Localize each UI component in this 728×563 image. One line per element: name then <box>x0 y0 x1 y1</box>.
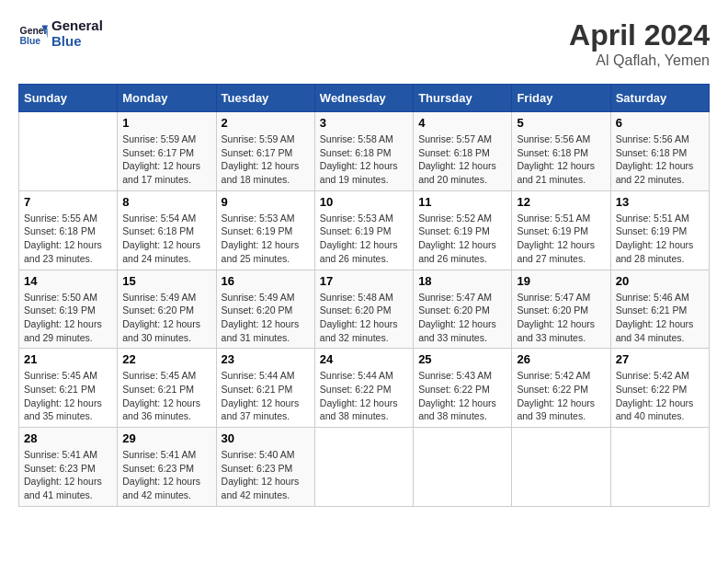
page-header: General Blue General Blue April 2024 Al … <box>18 18 710 69</box>
calendar-cell: 27Sunrise: 5:42 AMSunset: 6:22 PMDayligh… <box>610 349 709 428</box>
calendar-cell <box>610 428 709 507</box>
logo-general: General <box>51 18 103 34</box>
logo: General Blue General Blue <box>18 18 103 49</box>
column-header-sunday: Sunday <box>19 85 118 112</box>
column-header-friday: Friday <box>512 85 610 112</box>
calendar-cell: 3Sunrise: 5:58 AMSunset: 6:18 PMDaylight… <box>314 112 413 191</box>
day-info: Sunrise: 5:45 AMSunset: 6:21 PMDaylight:… <box>24 369 112 423</box>
day-number: 2 <box>222 116 310 130</box>
day-info: Sunrise: 5:56 AMSunset: 6:18 PMDaylight:… <box>517 132 605 187</box>
day-number: 13 <box>616 195 704 209</box>
day-number: 9 <box>222 195 310 209</box>
calendar-cell: 13Sunrise: 5:51 AMSunset: 6:19 PMDayligh… <box>610 190 709 270</box>
calendar-cell: 8Sunrise: 5:54 AMSunset: 6:18 PMDaylight… <box>118 190 216 270</box>
day-number: 3 <box>320 116 408 130</box>
day-info: Sunrise: 5:40 AMSunset: 6:23 PMDaylight:… <box>222 448 310 502</box>
day-info: Sunrise: 5:55 AMSunset: 6:18 PMDaylight:… <box>24 212 112 266</box>
day-info: Sunrise: 5:49 AMSunset: 6:20 PMDaylight:… <box>122 291 210 345</box>
day-info: Sunrise: 5:53 AMSunset: 6:19 PMDaylight:… <box>320 212 408 266</box>
day-info: Sunrise: 5:51 AMSunset: 6:19 PMDaylight:… <box>517 212 605 266</box>
day-number: 24 <box>320 352 408 366</box>
calendar-cell: 6Sunrise: 5:56 AMSunset: 6:18 PMDaylight… <box>610 112 709 191</box>
calendar-cell: 25Sunrise: 5:43 AMSunset: 6:22 PMDayligh… <box>414 349 512 428</box>
day-info: Sunrise: 5:44 AMSunset: 6:21 PMDaylight:… <box>222 369 310 423</box>
day-number: 27 <box>616 352 704 366</box>
calendar-cell: 17Sunrise: 5:48 AMSunset: 6:20 PMDayligh… <box>314 270 413 349</box>
day-number: 28 <box>24 431 112 445</box>
column-headers: SundayMondayTuesdayWednesdayThursdayFrid… <box>19 85 710 112</box>
day-number: 26 <box>517 352 605 366</box>
day-number: 15 <box>122 274 210 288</box>
column-header-monday: Monday <box>118 85 216 112</box>
day-info: Sunrise: 5:59 AMSunset: 6:17 PMDaylight:… <box>222 132 310 187</box>
calendar-cell: 2Sunrise: 5:59 AMSunset: 6:17 PMDaylight… <box>216 112 314 191</box>
title-block: April 2024 Al Qaflah, Yemen <box>569 18 710 69</box>
day-info: Sunrise: 5:43 AMSunset: 6:22 PMDaylight:… <box>418 369 506 423</box>
day-number: 22 <box>122 352 210 366</box>
calendar-cell: 10Sunrise: 5:53 AMSunset: 6:19 PMDayligh… <box>314 190 413 270</box>
week-row-2: 7Sunrise: 5:55 AMSunset: 6:18 PMDaylight… <box>19 190 710 270</box>
calendar-cell: 16Sunrise: 5:49 AMSunset: 6:20 PMDayligh… <box>216 270 314 349</box>
calendar-cell <box>512 428 610 507</box>
day-number: 21 <box>24 352 112 366</box>
calendar-cell: 26Sunrise: 5:42 AMSunset: 6:22 PMDayligh… <box>512 349 610 428</box>
calendar-cell: 19Sunrise: 5:47 AMSunset: 6:20 PMDayligh… <box>512 270 610 349</box>
column-header-wednesday: Wednesday <box>314 85 413 112</box>
calendar-cell: 11Sunrise: 5:52 AMSunset: 6:19 PMDayligh… <box>414 190 512 270</box>
day-info: Sunrise: 5:41 AMSunset: 6:23 PMDaylight:… <box>24 448 112 502</box>
day-number: 14 <box>24 274 112 288</box>
day-info: Sunrise: 5:57 AMSunset: 6:18 PMDaylight:… <box>418 132 506 187</box>
column-header-saturday: Saturday <box>610 85 709 112</box>
day-info: Sunrise: 5:51 AMSunset: 6:19 PMDaylight:… <box>616 212 704 266</box>
day-number: 1 <box>122 116 210 130</box>
calendar-cell: 5Sunrise: 5:56 AMSunset: 6:18 PMDaylight… <box>512 112 610 191</box>
calendar-cell: 23Sunrise: 5:44 AMSunset: 6:21 PMDayligh… <box>216 349 314 428</box>
calendar-cell: 24Sunrise: 5:44 AMSunset: 6:22 PMDayligh… <box>314 349 413 428</box>
calendar-cell: 4Sunrise: 5:57 AMSunset: 6:18 PMDaylight… <box>414 112 512 191</box>
calendar-cell <box>19 112 118 191</box>
day-info: Sunrise: 5:47 AMSunset: 6:20 PMDaylight:… <box>418 291 506 345</box>
day-number: 5 <box>517 116 605 130</box>
day-info: Sunrise: 5:41 AMSunset: 6:23 PMDaylight:… <box>122 448 210 502</box>
week-row-1: 1Sunrise: 5:59 AMSunset: 6:17 PMDaylight… <box>19 112 710 191</box>
calendar-cell: 9Sunrise: 5:53 AMSunset: 6:19 PMDaylight… <box>216 190 314 270</box>
calendar-cell: 15Sunrise: 5:49 AMSunset: 6:20 PMDayligh… <box>118 270 216 349</box>
day-number: 4 <box>418 116 506 130</box>
calendar-cell: 30Sunrise: 5:40 AMSunset: 6:23 PMDayligh… <box>216 428 314 507</box>
day-number: 25 <box>418 352 506 366</box>
column-header-thursday: Thursday <box>414 85 512 112</box>
week-row-4: 21Sunrise: 5:45 AMSunset: 6:21 PMDayligh… <box>19 349 710 428</box>
calendar-cell: 22Sunrise: 5:45 AMSunset: 6:21 PMDayligh… <box>118 349 216 428</box>
day-info: Sunrise: 5:59 AMSunset: 6:17 PMDaylight:… <box>122 132 210 187</box>
day-info: Sunrise: 5:54 AMSunset: 6:18 PMDaylight:… <box>122 212 210 266</box>
day-number: 7 <box>24 195 112 209</box>
day-info: Sunrise: 5:46 AMSunset: 6:21 PMDaylight:… <box>616 291 704 345</box>
day-number: 6 <box>616 116 704 130</box>
day-number: 30 <box>222 431 310 445</box>
day-number: 23 <box>222 352 310 366</box>
calendar-table: SundayMondayTuesdayWednesdayThursdayFrid… <box>18 84 710 507</box>
day-info: Sunrise: 5:42 AMSunset: 6:22 PMDaylight:… <box>616 369 704 423</box>
calendar-cell: 12Sunrise: 5:51 AMSunset: 6:19 PMDayligh… <box>512 190 610 270</box>
day-number: 11 <box>418 195 506 209</box>
day-info: Sunrise: 5:45 AMSunset: 6:21 PMDaylight:… <box>122 369 210 423</box>
logo-icon: General Blue <box>18 19 48 49</box>
day-number: 18 <box>418 274 506 288</box>
day-info: Sunrise: 5:56 AMSunset: 6:18 PMDaylight:… <box>616 132 704 187</box>
day-info: Sunrise: 5:48 AMSunset: 6:20 PMDaylight:… <box>320 291 408 345</box>
column-header-tuesday: Tuesday <box>216 85 314 112</box>
day-info: Sunrise: 5:53 AMSunset: 6:19 PMDaylight:… <box>222 212 310 266</box>
day-number: 17 <box>320 274 408 288</box>
day-number: 12 <box>517 195 605 209</box>
week-row-3: 14Sunrise: 5:50 AMSunset: 6:19 PMDayligh… <box>19 270 710 349</box>
calendar-cell: 7Sunrise: 5:55 AMSunset: 6:18 PMDaylight… <box>19 190 118 270</box>
calendar-cell <box>414 428 512 507</box>
calendar-cell: 21Sunrise: 5:45 AMSunset: 6:21 PMDayligh… <box>19 349 118 428</box>
day-info: Sunrise: 5:49 AMSunset: 6:20 PMDaylight:… <box>222 291 310 345</box>
calendar-cell: 29Sunrise: 5:41 AMSunset: 6:23 PMDayligh… <box>118 428 216 507</box>
calendar-body: 1Sunrise: 5:59 AMSunset: 6:17 PMDaylight… <box>19 112 710 507</box>
day-info: Sunrise: 5:47 AMSunset: 6:20 PMDaylight:… <box>517 291 605 345</box>
day-number: 16 <box>222 274 310 288</box>
day-info: Sunrise: 5:50 AMSunset: 6:19 PMDaylight:… <box>24 291 112 345</box>
location-title: Al Qaflah, Yemen <box>569 52 710 69</box>
